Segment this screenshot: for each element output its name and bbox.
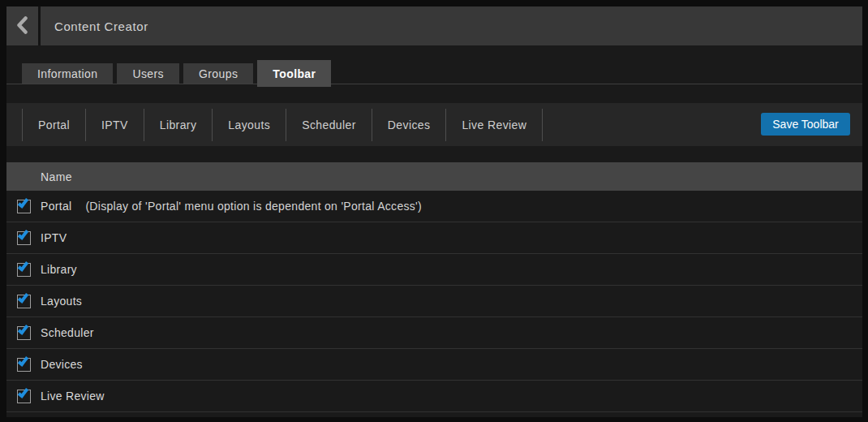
table-row: Live Review (6, 381, 862, 412)
check-icon (18, 323, 29, 335)
tab-information[interactable]: Information (22, 63, 113, 84)
table-row: Scheduler (6, 317, 862, 349)
menu-items: PortalIPTVLibraryLayoutsSchedulerDevices… (22, 103, 543, 146)
page-title: Content Creator (41, 6, 148, 45)
row-checkbox[interactable] (17, 263, 31, 277)
tab-users[interactable]: Users (117, 63, 179, 84)
row-label: Devices (41, 358, 83, 371)
menu-item-layouts[interactable]: Layouts (212, 109, 286, 141)
tab-bar: InformationUsersGroupsToolbar (22, 60, 335, 87)
app-window: Content Creator InformationUsersGroupsTo… (6, 6, 862, 417)
back-button[interactable] (6, 6, 41, 45)
name-column-header: Name (41, 170, 72, 183)
check-icon (18, 291, 29, 304)
row-label: Scheduler (41, 326, 94, 339)
header-bar: Content Creator (6, 6, 862, 45)
row-checkbox[interactable] (17, 231, 31, 245)
row-label: Live Review (41, 390, 105, 403)
menu-item-scheduler[interactable]: Scheduler (286, 109, 372, 141)
menu-toolbar: PortalIPTVLibraryLayoutsSchedulerDevices… (6, 103, 862, 146)
row-checkbox[interactable] (17, 200, 31, 213)
row-label: Layouts (41, 295, 82, 308)
menu-divider (542, 109, 543, 141)
menu-item-portal[interactable]: Portal (22, 109, 85, 141)
tab-toolbar[interactable]: Toolbar (257, 60, 331, 87)
menu-item-live-review[interactable]: Live Review (445, 109, 542, 141)
check-icon (18, 355, 29, 367)
check-icon (18, 386, 29, 398)
row-label: IPTV (41, 231, 67, 244)
save-toolbar-button[interactable]: Save Toolbar (761, 113, 850, 136)
table-header: Name (6, 162, 862, 191)
row-label: Portal (41, 200, 71, 213)
tab-groups[interactable]: Groups (183, 63, 253, 84)
toolbar-options-list: Portal(Display of 'Portal' menu option i… (6, 191, 862, 412)
row-checkbox[interactable] (17, 358, 31, 372)
row-checkbox[interactable] (17, 390, 31, 403)
table-row: IPTV (6, 222, 862, 254)
table-row: Devices (6, 349, 862, 381)
table-row: Layouts (6, 286, 862, 317)
check-icon (18, 228, 29, 240)
row-checkbox[interactable] (17, 326, 31, 340)
check-icon (18, 196, 29, 209)
row-checkbox[interactable] (17, 295, 31, 308)
menu-item-devices[interactable]: Devices (372, 109, 446, 141)
row-label: Library (41, 263, 77, 276)
table-row: Library (6, 254, 862, 286)
menu-item-library[interactable]: Library (144, 109, 213, 141)
check-icon (18, 260, 29, 272)
menu-item-iptv[interactable]: IPTV (85, 109, 144, 141)
table-row: Portal(Display of 'Portal' menu option i… (6, 191, 862, 222)
row-note: (Display of 'Portal' menu option is depe… (85, 200, 422, 213)
chevron-left-icon (16, 16, 28, 37)
